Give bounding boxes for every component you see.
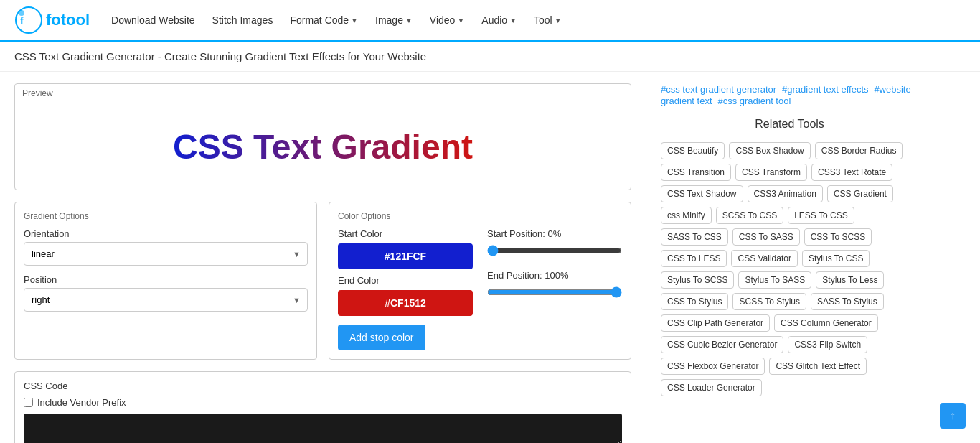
tool-tag[interactable]: LESS To CSS bbox=[788, 207, 854, 224]
end-color-button[interactable]: #CF1512 bbox=[338, 290, 473, 316]
main-layout: Preview CSS Text Gradient Gradient Optio… bbox=[0, 72, 980, 443]
preview-label: Preview bbox=[15, 84, 631, 103]
position-select-wrapper: right left top bottom top left top right… bbox=[24, 288, 308, 312]
add-stop-color-button[interactable]: Add stop color bbox=[338, 325, 425, 350]
tool-tag[interactable]: CSS To LESS bbox=[661, 250, 727, 267]
tool-tag[interactable]: CSS Loader Generator bbox=[661, 379, 762, 396]
tool-tag[interactable]: CSS Box Shadow bbox=[729, 142, 810, 159]
tool-tag[interactable]: css Minify bbox=[661, 207, 712, 224]
preview-content: CSS Text Gradient bbox=[15, 103, 631, 190]
related-tools-title: Related Tools bbox=[661, 118, 918, 131]
css-code-textarea[interactable] bbox=[24, 414, 622, 443]
tool-tag[interactable]: CSS Flexbox Generator bbox=[661, 358, 765, 375]
tool-tag[interactable]: CSS Beautify bbox=[661, 142, 725, 159]
tool-tag[interactable]: CSS Validator bbox=[731, 250, 797, 267]
end-position-label: End Position: 100% bbox=[487, 270, 622, 281]
position-label: Position bbox=[24, 274, 308, 285]
tag-gradient-text-effects[interactable]: #gradient text effects bbox=[782, 84, 868, 95]
start-position-label: Start Position: 0% bbox=[487, 228, 622, 239]
scroll-to-top-button[interactable]: ↑ bbox=[940, 403, 966, 429]
tool-tag[interactable]: Stylus To CSS bbox=[802, 250, 870, 267]
tool-tag[interactable]: CSS Glitch Text Effect bbox=[769, 358, 867, 375]
tag-links: #css text gradient generator #gradient t… bbox=[661, 83, 918, 106]
tool-tag[interactable]: CSS Transition bbox=[661, 164, 731, 181]
start-position-slider-track bbox=[487, 245, 622, 258]
tool-tag[interactable]: SCSS To CSS bbox=[716, 207, 783, 224]
end-position-slider-track bbox=[487, 286, 622, 300]
vendor-prefix-row: Include Vendor Prefix bbox=[24, 397, 622, 408]
tool-tag[interactable]: SASS To CSS bbox=[661, 228, 728, 246]
tool-tags-container: CSS BeautifyCSS Box ShadowCSS Border Rad… bbox=[661, 142, 918, 396]
audio-caret: ▼ bbox=[509, 17, 517, 24]
preview-box: Preview CSS Text Gradient bbox=[14, 83, 631, 190]
logo-text: fotool bbox=[46, 11, 90, 29]
tool-tag[interactable]: SCSS To Stylus bbox=[732, 293, 806, 310]
nav-format-code[interactable]: Format Code ▼ bbox=[290, 14, 358, 26]
nav-image[interactable]: Image ▼ bbox=[375, 14, 413, 26]
nav-video[interactable]: Video ▼ bbox=[430, 14, 464, 26]
logo[interactable]: f fotool bbox=[14, 6, 90, 34]
start-color-button[interactable]: #121FCF bbox=[338, 243, 473, 269]
tool-tag[interactable]: CSS To SCSS bbox=[804, 228, 872, 246]
tag-css-gradient-tool[interactable]: #css gradient tool bbox=[717, 95, 791, 106]
color-options-panel: Color Options Start Color #121FCF End Co… bbox=[329, 202, 631, 360]
tool-tag[interactable]: CSS Text Shadow bbox=[661, 185, 743, 202]
tag-css-text-gradient[interactable]: #css text gradient generator bbox=[661, 84, 776, 95]
end-position-slider[interactable] bbox=[487, 286, 622, 298]
tool-tag[interactable]: CSS Border Radius bbox=[815, 142, 903, 159]
main-nav: Download Website Stitch Images Format Co… bbox=[111, 14, 562, 26]
color-pickers-column: Start Color #121FCF End Color #CF1512 Ad… bbox=[338, 228, 473, 350]
tool-tag[interactable]: CSS Column Generator bbox=[774, 314, 878, 332]
gradient-options-panel: Gradient Options Orientation linear radi… bbox=[14, 202, 317, 360]
orientation-select-wrapper: linear radial ▼ bbox=[24, 242, 308, 266]
tool-tag[interactable]: SASS To Stylus bbox=[811, 293, 884, 310]
vendor-prefix-label[interactable]: Include Vendor Prefix bbox=[37, 397, 126, 408]
tool-tag[interactable]: CSS Clip Path Generator bbox=[661, 314, 770, 332]
tool-tag[interactable]: CSS3 Text Rotate bbox=[811, 164, 892, 181]
tool-tag[interactable]: Stylus To SCSS bbox=[661, 271, 734, 289]
gradient-preview-text: CSS Text Gradient bbox=[173, 127, 473, 167]
tool-tag[interactable]: CSS Transform bbox=[735, 164, 807, 181]
start-color-label: Start Color bbox=[338, 228, 473, 239]
tool-tag[interactable]: CSS To Stylus bbox=[661, 293, 728, 310]
vendor-prefix-checkbox[interactable] bbox=[24, 398, 33, 407]
position-select[interactable]: right left top bottom top left top right… bbox=[24, 288, 308, 312]
options-row: Gradient Options Orientation linear radi… bbox=[14, 202, 631, 360]
page-title: CSS Text Gradient Generator - Create Stu… bbox=[0, 42, 980, 72]
tool-tag[interactable]: Stylus To SASS bbox=[738, 271, 811, 289]
content-area: Preview CSS Text Gradient Gradient Optio… bbox=[0, 72, 646, 443]
format-code-caret: ▼ bbox=[351, 17, 358, 24]
svg-point-2 bbox=[19, 10, 24, 16]
tool-tag[interactable]: CSS3 Animation bbox=[748, 185, 823, 202]
header: f fotool Download Website Stitch Images … bbox=[0, 0, 980, 42]
color-row: Start Color #121FCF End Color #CF1512 Ad… bbox=[338, 228, 622, 350]
tool-tag[interactable]: CSS Gradient bbox=[827, 185, 893, 202]
logo-icon: f bbox=[14, 6, 43, 34]
nav-download-website[interactable]: Download Website bbox=[111, 14, 194, 26]
gradient-options-title: Gradient Options bbox=[24, 211, 308, 221]
end-color-label: End Color bbox=[338, 275, 473, 286]
orientation-label: Orientation bbox=[24, 228, 308, 239]
nav-tool[interactable]: Tool ▼ bbox=[534, 14, 562, 26]
tool-tag[interactable]: CSS3 Flip Switch bbox=[788, 336, 867, 353]
tool-tag[interactable]: Stylus To Less bbox=[816, 271, 884, 289]
svg-text:f: f bbox=[20, 15, 24, 27]
tool-tag[interactable]: CSS To SASS bbox=[732, 228, 800, 246]
image-caret: ▼ bbox=[405, 17, 413, 24]
tool-caret: ▼ bbox=[555, 17, 562, 24]
color-options-title: Color Options bbox=[338, 211, 622, 221]
orientation-select[interactable]: linear radial bbox=[24, 242, 308, 266]
sidebar: #css text gradient generator #gradient t… bbox=[646, 72, 933, 443]
css-code-title: CSS Code bbox=[24, 381, 622, 391]
tool-tag[interactable]: CSS Cubic Bezier Generator bbox=[661, 336, 783, 353]
video-caret: ▼ bbox=[457, 17, 464, 24]
slider-column: Start Position: 0% End Position: 100% bbox=[487, 228, 622, 350]
css-code-section: CSS Code Include Vendor Prefix bbox=[14, 371, 631, 443]
nav-stitch-images[interactable]: Stitch Images bbox=[212, 14, 273, 26]
start-position-slider[interactable] bbox=[487, 245, 622, 256]
nav-audio[interactable]: Audio ▼ bbox=[481, 14, 517, 26]
